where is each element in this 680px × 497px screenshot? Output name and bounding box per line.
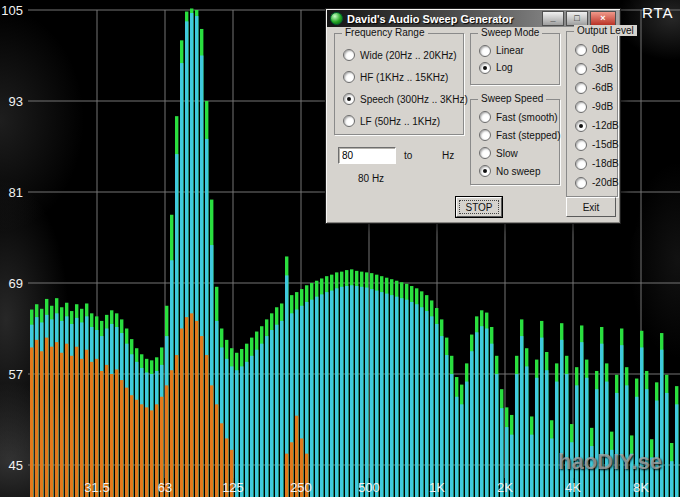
- radio-option[interactable]: Log: [471, 59, 559, 76]
- radio-icon[interactable]: [575, 44, 587, 56]
- radio-icon[interactable]: [479, 45, 491, 57]
- hz-unit-label: Hz: [442, 150, 454, 161]
- y-axis-label: 105: [0, 3, 23, 18]
- y-axis-label: 69: [0, 276, 23, 291]
- x-axis-label: 31.5: [77, 480, 117, 495]
- radio-option[interactable]: 0dB: [567, 40, 617, 59]
- radio-icon[interactable]: [575, 63, 587, 75]
- radio-option-label: -20dB: [592, 177, 619, 188]
- output-level-options: 0dB-3dB-6dB-9dB-12dB-15dB-18dB-20dB: [567, 32, 617, 192]
- rta-mode-label: RTA: [642, 4, 674, 21]
- app-icon: [330, 12, 343, 25]
- radio-option[interactable]: -18dB: [567, 154, 617, 173]
- x-axis-label: 500: [349, 480, 389, 495]
- radio-option[interactable]: HF (1KHz .. 15KHz): [335, 66, 463, 88]
- sweep-generator-dialog: David's Audio Sweep Generator _ □ × Freq…: [325, 8, 621, 224]
- x-axis-label: 4K: [553, 480, 593, 495]
- radio-option-label: Linear: [496, 45, 524, 56]
- close-button[interactable]: ×: [590, 11, 616, 26]
- sweep-speed-group: Sweep Speed Fast (smooth)Fast (stepped)S…: [470, 99, 560, 185]
- radio-option-label: Slow: [496, 148, 518, 159]
- y-axis-label: 81: [0, 185, 23, 200]
- x-axis-label: 2K: [485, 480, 525, 495]
- to-label: to: [404, 150, 412, 161]
- radio-icon[interactable]: [479, 129, 491, 141]
- group-label: Sweep Mode: [478, 27, 542, 38]
- radio-option-label: Wide (20Hz .. 20KHz): [360, 50, 457, 61]
- radio-option[interactable]: -3dB: [567, 59, 617, 78]
- radio-option[interactable]: -9dB: [567, 97, 617, 116]
- radio-icon[interactable]: [575, 177, 587, 189]
- radio-icon[interactable]: [479, 147, 491, 159]
- radio-icon[interactable]: [575, 158, 587, 170]
- sweep-speed-options: Fast (smooth)Fast (stepped)SlowNo sweep: [471, 100, 559, 180]
- radio-option-label: -6dB: [592, 82, 613, 93]
- radio-option-label: Fast (stepped): [496, 130, 560, 141]
- radio-icon[interactable]: [343, 71, 355, 83]
- dialog-title: David's Audio Sweep Generator: [347, 13, 513, 25]
- x-axis-label: 1K: [417, 480, 457, 495]
- frequency-range-options: Wide (20Hz .. 20KHz)HF (1KHz .. 15KHz)Sp…: [335, 34, 463, 132]
- group-label: Sweep Speed: [478, 93, 546, 104]
- radio-icon[interactable]: [575, 82, 587, 94]
- frequency-range-group: Frequency Range Wide (20Hz .. 20KHz)HF (…: [334, 33, 464, 135]
- radio-option[interactable]: No sweep: [471, 162, 559, 180]
- radio-icon[interactable]: [479, 111, 491, 123]
- minimize-button[interactable]: _: [542, 11, 564, 26]
- radio-icon[interactable]: [575, 139, 587, 151]
- radio-option[interactable]: Slow: [471, 144, 559, 162]
- radio-option-label: -9dB: [592, 101, 613, 112]
- output-level-group: Output Level 0dB-3dB-6dB-9dB-12dB-15dB-1…: [566, 31, 618, 197]
- watermark: haoDIY.se: [558, 449, 662, 475]
- radio-option-label: Log: [496, 62, 513, 73]
- group-label: Frequency Range: [342, 27, 428, 38]
- radio-icon[interactable]: [343, 115, 355, 127]
- current-frequency-readout: 80 Hz: [358, 173, 384, 184]
- window-controls: _ □ ×: [542, 11, 616, 26]
- frequency-input[interactable]: [338, 147, 396, 164]
- radio-option-label: Fast (smooth): [496, 112, 558, 123]
- radio-icon[interactable]: [575, 101, 587, 113]
- radio-selected-icon[interactable]: [479, 165, 491, 177]
- sweep-mode-options: LinearLog: [471, 34, 559, 76]
- radio-selected-icon[interactable]: [343, 93, 355, 105]
- x-axis-label: 125: [213, 480, 253, 495]
- group-label: Output Level: [574, 25, 637, 36]
- radio-option[interactable]: Fast (smooth): [471, 108, 559, 126]
- radio-option-label: -18dB: [592, 158, 619, 169]
- radio-option[interactable]: -6dB: [567, 78, 617, 97]
- radio-option[interactable]: Linear: [471, 42, 559, 59]
- maximize-button[interactable]: □: [566, 11, 588, 26]
- radio-option-label: -3dB: [592, 63, 613, 74]
- radio-option[interactable]: -12dB: [567, 116, 617, 135]
- radio-option[interactable]: Wide (20Hz .. 20KHz): [335, 44, 463, 66]
- radio-option[interactable]: Fast (stepped): [471, 126, 559, 144]
- rta-screen: 105938169574531.5631252505001K2K4K8K RTA…: [0, 0, 680, 497]
- radio-option-label: LF (50Hz .. 1KHz): [360, 116, 440, 127]
- exit-button[interactable]: Exit: [566, 197, 616, 217]
- stop-button[interactable]: STOP: [456, 197, 502, 217]
- x-axis-label: 250: [281, 480, 321, 495]
- radio-icon[interactable]: [343, 49, 355, 61]
- radio-option[interactable]: -15dB: [567, 135, 617, 154]
- radio-option-label: Speech (300Hz .. 3KHz): [360, 94, 468, 105]
- y-axis-label: 93: [0, 94, 23, 109]
- radio-selected-icon[interactable]: [575, 120, 587, 132]
- sweep-mode-group: Sweep Mode LinearLog: [470, 33, 560, 85]
- y-axis-label: 45: [0, 458, 23, 473]
- x-axis-label: 8K: [621, 480, 661, 495]
- radio-option-label: -12dB: [592, 120, 619, 131]
- radio-option-label: -15dB: [592, 139, 619, 150]
- radio-option[interactable]: Speech (300Hz .. 3KHz): [335, 88, 463, 110]
- radio-option-label: No sweep: [496, 166, 540, 177]
- radio-selected-icon[interactable]: [479, 62, 491, 74]
- radio-option[interactable]: -20dB: [567, 173, 617, 192]
- radio-option[interactable]: LF (50Hz .. 1KHz): [335, 110, 463, 132]
- y-axis-label: 57: [0, 367, 23, 382]
- radio-option-label: HF (1KHz .. 15KHz): [360, 72, 448, 83]
- x-axis-label: 63: [145, 480, 185, 495]
- radio-option-label: 0dB: [592, 44, 610, 55]
